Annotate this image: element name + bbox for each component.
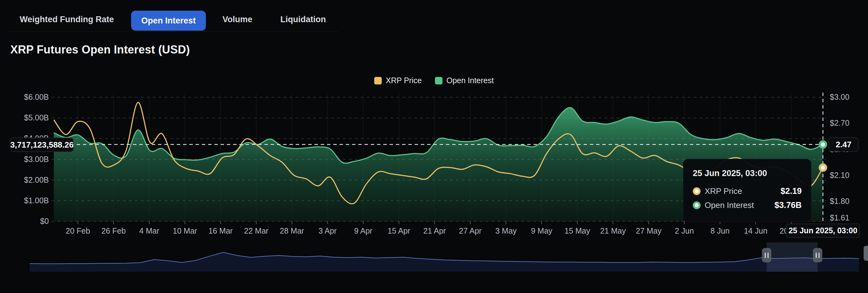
navigator-chart[interactable]: [0, 0, 868, 293]
page-scrollbar-thumb[interactable]: [864, 246, 868, 261]
navigator-right-handle-icon[interactable]: [813, 248, 822, 262]
navigator-selected-window[interactable]: [767, 242, 817, 272]
navigator-area: [30, 252, 859, 272]
navigator-left-handle-icon[interactable]: [762, 248, 771, 262]
